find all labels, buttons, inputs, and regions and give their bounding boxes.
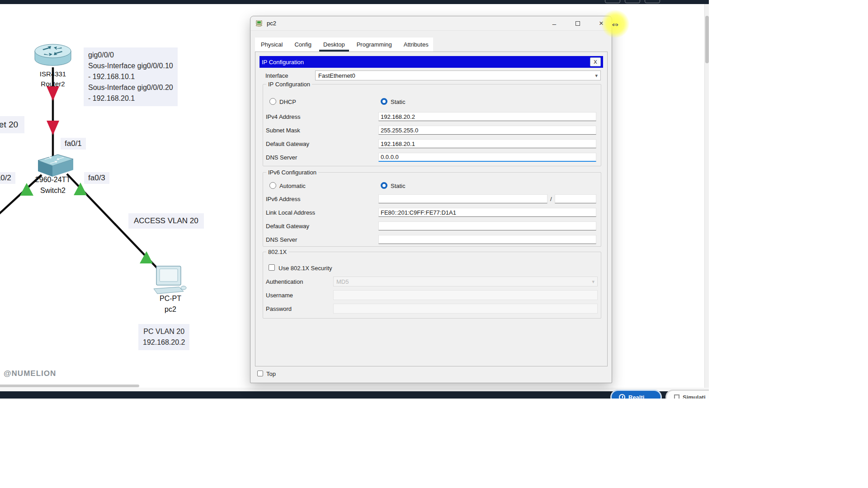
tab-physical[interactable]: Physical bbox=[255, 38, 288, 52]
ipv6-default-gateway-label: Default Gateway bbox=[266, 223, 309, 230]
ipv6-address-input[interactable] bbox=[378, 194, 547, 203]
app-close-button[interactable] bbox=[645, 0, 660, 3]
ipv6-automatic-radio-label[interactable]: Automatic bbox=[279, 183, 306, 189]
ipv6-static-radio-label[interactable]: Static bbox=[391, 183, 406, 189]
dialog-minimize-button[interactable]: – bbox=[544, 16, 564, 31]
note-line: Sous-Interface gig0/0/0.20 bbox=[88, 82, 173, 93]
dhcp-radio[interactable] bbox=[269, 98, 276, 105]
default-gateway-input[interactable] bbox=[378, 139, 596, 148]
tab-config[interactable]: Config bbox=[288, 38, 317, 52]
chevron-down-icon: ▾ bbox=[595, 73, 598, 79]
switch-model-label: 2960-24TT bbox=[28, 176, 78, 184]
top-checkbox[interactable] bbox=[257, 371, 263, 376]
use-dot1x-security-label[interactable]: Use 802.1X Security bbox=[278, 265, 332, 272]
ipv6-dns-server-label: DNS Server bbox=[266, 236, 297, 243]
status-strip bbox=[0, 388, 709, 391]
dialog-maximize-button[interactable] bbox=[568, 16, 588, 31]
subnet-mask-input[interactable] bbox=[378, 126, 596, 135]
chevron-down-icon: ▾ bbox=[592, 279, 594, 285]
dialog-title: pc2 bbox=[267, 20, 276, 27]
pc-icon[interactable] bbox=[153, 265, 188, 296]
simulation-label: Simulati bbox=[683, 394, 706, 399]
ipv6-prefix-input[interactable] bbox=[555, 194, 596, 203]
ip-configuration-title: IP Configuration bbox=[262, 59, 304, 66]
ipv6-configuration-group-label: IPv6 Configuration bbox=[266, 169, 318, 176]
ip-configuration-close-button[interactable]: X bbox=[590, 57, 601, 66]
link-local-address-input[interactable] bbox=[378, 208, 596, 217]
trunk-vlan-label: 0 et 20 bbox=[0, 116, 24, 133]
watermark: @NUMELION bbox=[4, 369, 56, 378]
realtime-mode-button[interactable]: Realti bbox=[610, 389, 662, 399]
app-top-bar bbox=[0, 0, 709, 4]
router-model-label: ISR4331 bbox=[34, 70, 71, 78]
ipv6-address-label: IPv6 Address bbox=[266, 196, 301, 202]
access-vlan-label: ACCESS VLAN 20 bbox=[128, 213, 204, 229]
realtime-label: Realti bbox=[628, 394, 644, 399]
simulation-mode-button[interactable]: Simulati bbox=[665, 389, 709, 399]
topology-canvas: ISR4331 Router2 gig0/0/0 Sous-Interface … bbox=[0, 4, 253, 388]
ipv6-static-radio[interactable] bbox=[381, 182, 387, 189]
dhcp-radio-label[interactable]: DHCP bbox=[279, 99, 296, 105]
dialog-tab-strip: Physical Config Desktop Programming Attr… bbox=[255, 38, 433, 52]
app-bottom-bar bbox=[0, 391, 709, 399]
static-radio[interactable] bbox=[381, 98, 387, 105]
dns-server-input[interactable] bbox=[378, 153, 596, 162]
username-input[interactable] bbox=[333, 290, 598, 300]
dns-server-label: DNS Server bbox=[266, 154, 297, 161]
authentication-select[interactable]: MD5 ▾ bbox=[333, 277, 598, 286]
router-name-label: Router2 bbox=[34, 80, 71, 88]
tab-programming[interactable]: Programming bbox=[351, 38, 398, 52]
app-maximize-button[interactable] bbox=[625, 0, 640, 3]
link-status-red-triangle bbox=[47, 121, 59, 135]
ipv4-address-label: IPv4 Address bbox=[266, 113, 301, 120]
router-subinterface-note: gig0/0/0 Sous-Interface gig0/0/0.10 - 19… bbox=[84, 47, 178, 106]
ipv6-dns-server-input[interactable] bbox=[378, 235, 596, 244]
ipv4-address-input[interactable] bbox=[378, 112, 596, 121]
clock-icon bbox=[619, 394, 625, 399]
note-line: - 192.168.20.1 bbox=[88, 93, 173, 104]
pc2-dialog: pc2 – × Physical Config Desktop Programm… bbox=[250, 16, 612, 383]
dialog-title-bar[interactable]: pc2 – × bbox=[250, 16, 612, 31]
note-line: Sous-Interface gig0/0/0.10 bbox=[88, 61, 173, 71]
link-status-red-triangle bbox=[47, 86, 59, 101]
default-gateway-label: Default Gateway bbox=[266, 141, 309, 147]
link-local-address-label: Link Local Address bbox=[266, 209, 315, 216]
note-line: gig0/0/0 bbox=[88, 50, 173, 61]
note-line: - 192.168.10.1 bbox=[88, 71, 173, 82]
port-label-fa0-2: fa0/2 bbox=[0, 172, 15, 184]
mouse-cursor-highlight: ⇔ bbox=[601, 10, 629, 38]
horizontal-scrollbar[interactable] bbox=[0, 385, 139, 387]
note-line: PC VLAN 20 bbox=[143, 326, 185, 337]
subnet-mask-label: Subnet Mask bbox=[266, 127, 300, 134]
password-label: Password bbox=[266, 305, 292, 312]
pc-model-label: PC-PT bbox=[152, 295, 189, 303]
username-label: Username bbox=[266, 292, 293, 299]
interface-label: Interface bbox=[265, 72, 288, 79]
interface-select[interactable]: FastEthernet0 ▾ bbox=[315, 70, 601, 80]
static-radio-label[interactable]: Static bbox=[391, 99, 406, 105]
pc-name-label: pc2 bbox=[152, 305, 189, 314]
ipv6-prefix-separator: / bbox=[550, 196, 552, 202]
authentication-selected-value: MD5 bbox=[336, 278, 349, 285]
tab-desktop[interactable]: Desktop bbox=[317, 38, 351, 52]
use-dot1x-security-checkbox[interactable] bbox=[269, 264, 275, 271]
dot1x-group-label: 802.1X bbox=[266, 249, 288, 255]
simulation-icon bbox=[674, 394, 679, 399]
vertical-scrollbar[interactable] bbox=[704, 4, 709, 391]
switch-name-label: Switch2 bbox=[28, 187, 78, 195]
top-checkbox-label[interactable]: Top bbox=[266, 371, 276, 377]
ip-configuration-group-label: IP Configuration bbox=[266, 81, 312, 88]
pc-device-icon bbox=[256, 20, 263, 27]
password-input[interactable] bbox=[333, 304, 598, 314]
router-icon[interactable] bbox=[33, 42, 72, 70]
authentication-label: Authentication bbox=[266, 278, 303, 285]
tab-attributes[interactable]: Attributes bbox=[398, 38, 434, 52]
port-label-fa0-3: fa0/3 bbox=[84, 172, 109, 184]
ipv6-automatic-radio[interactable] bbox=[269, 182, 276, 189]
interface-selected-value: FastEthernet0 bbox=[318, 72, 355, 79]
app-minimize-button[interactable] bbox=[605, 0, 620, 3]
ipv6-default-gateway-input[interactable] bbox=[378, 221, 596, 230]
maximize-icon bbox=[576, 21, 580, 26]
port-label-fa0-1: fa0/1 bbox=[61, 138, 86, 150]
vertical-scrollbar-thumb[interactable] bbox=[705, 16, 709, 63]
